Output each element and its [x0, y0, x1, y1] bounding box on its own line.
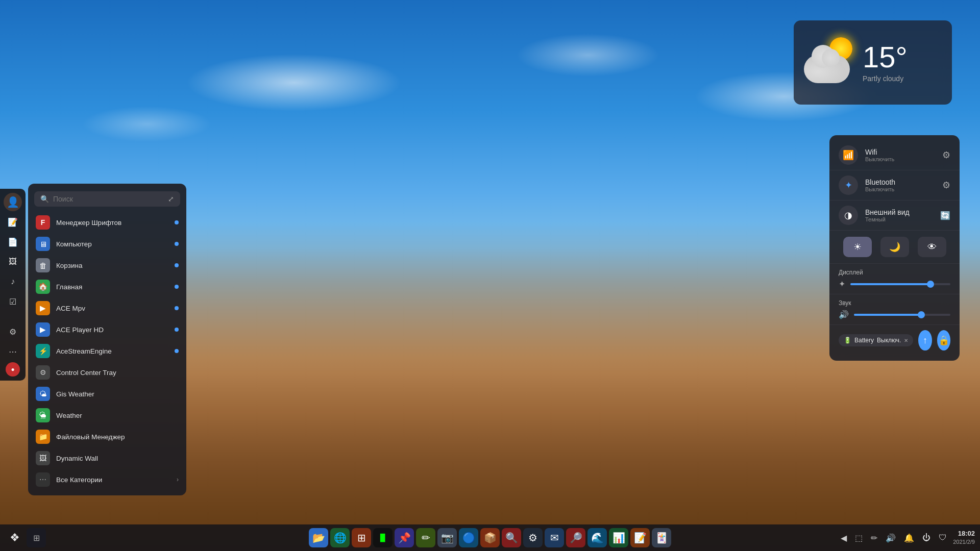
bluetooth-control-row[interactable]: ✦ Bluetooth Выключить ⚙ — [829, 170, 960, 201]
taskbar-app-package[interactable]: 📦 — [480, 528, 500, 547]
tray-pen-icon[interactable]: ✏ — [869, 531, 879, 545]
expand-icon[interactable]: ⤢ — [168, 195, 174, 203]
tray-power-icon[interactable]: ⏻ — [920, 531, 933, 544]
taskbar-app-notes[interactable]: 📝 — [630, 528, 650, 547]
start-button[interactable]: ❖ — [5, 528, 24, 547]
taskbar-left: ❖ ⊞ — [5, 528, 46, 547]
menu-item-icon-all-categories: ⋯ — [36, 472, 50, 487]
menu-item-dot — [175, 349, 179, 353]
taskbar-app-store[interactable]: ⊞ — [352, 528, 371, 547]
menu-item[interactable]: 🗑 Корзина — [28, 255, 186, 276]
taskbar-app-settings[interactable]: ⚙ — [523, 528, 543, 547]
wifi-subtitle: Выключить — [865, 156, 935, 162]
taskbar-app-cards[interactable]: 🃏 — [652, 528, 671, 547]
taskbar: ❖ ⊞ 📂 🌐 ⊞ ▉ 📌 ✏ 📷 🔵 📦 🔍 ⚙ ✉ 🔎 🌊 📊 📝 🃏 ◀ … — [0, 524, 980, 551]
battery-status: Выключ. — [877, 337, 901, 344]
display-slider-fill — [850, 283, 930, 285]
taskbar-app-files[interactable]: 📂 — [309, 528, 328, 547]
menu-item-icon-home: 🏠 — [36, 280, 50, 294]
tray-arrow-left-icon[interactable]: ◀ — [839, 531, 849, 545]
sidebar-avatar[interactable]: 👤 — [4, 193, 22, 211]
search-bar[interactable]: 🔍 ⤢ — [34, 191, 180, 207]
upload-button[interactable]: ↑ — [918, 330, 932, 350]
appearance-control-row[interactable]: ◑ Внешний вид Темный 🔄 — [829, 201, 960, 231]
battery-badge[interactable]: 🔋 Battery Выключ. ✕ — [839, 334, 913, 346]
sound-section: Звук 🔊 — [829, 294, 960, 325]
weather-widget[interactable]: 15° Partly cloudy — [794, 20, 952, 105]
sidebar-icon-notes[interactable]: 📝 — [4, 213, 22, 231]
bottom-controls: 🔋 Battery Выключ. ✕ ↑ 🔒 — [829, 325, 960, 356]
bluetooth-settings-icon[interactable]: ⚙ — [942, 180, 950, 191]
taskbar-app-search2[interactable]: 🔎 — [566, 528, 585, 547]
menu-item-label-font-manager: Менеджер Шрифтов — [56, 219, 168, 227]
lock-button[interactable]: 🔒 — [937, 330, 950, 350]
wifi-settings-icon[interactable]: ⚙ — [942, 149, 950, 161]
bluetooth-text: Bluetooth Выключить — [865, 178, 935, 192]
bluetooth-subtitle: Выключить — [865, 186, 935, 192]
theme-light-button[interactable]: ☀ — [843, 237, 872, 257]
theme-dark-button[interactable]: 🌙 — [880, 237, 909, 257]
menu-item[interactable]: 🖼 Dynamic Wall — [28, 447, 186, 469]
sidebar-icon-music[interactable]: ♪ — [4, 272, 22, 291]
sound-slider-thumb[interactable] — [918, 311, 925, 318]
sidebar-icon-dots[interactable]: ⋯ — [4, 342, 22, 361]
menu-item-dot — [175, 306, 179, 310]
sidebar-icon-gear[interactable]: ⚙ — [4, 322, 22, 341]
sidebar-icon-circle[interactable]: ● — [6, 362, 20, 377]
sound-slider-row: 🔊 — [839, 310, 950, 319]
sidebar-icon-photos[interactable]: 🖼 — [4, 253, 22, 271]
menu-item[interactable]: ⚙ Control Center Tray — [28, 362, 186, 383]
tray-shield-icon[interactable]: 🛡 — [937, 531, 949, 544]
menu-item[interactable]: ⚡ AceStreamEngine — [28, 340, 186, 362]
theme-auto-button[interactable]: 👁 — [918, 237, 946, 257]
weather-info: 15° Partly cloudy — [863, 42, 908, 83]
clock-time: 18:02 — [953, 530, 975, 538]
bluetooth-icon: ✦ — [839, 176, 858, 195]
taskbar-app-browser2[interactable]: 🌊 — [587, 528, 607, 547]
taskbar-app-camera[interactable]: 📷 — [437, 528, 457, 547]
menu-item[interactable]: ▶ ACE Mpv — [28, 297, 186, 319]
menu-item[interactable]: 🌤 Gis Weather — [28, 383, 186, 405]
menu-item[interactable]: 🖥 Компьютер — [28, 233, 186, 255]
tray-volume-icon[interactable]: 🔊 — [884, 531, 898, 545]
menu-item[interactable]: 🏠 Главная — [28, 276, 186, 297]
moon-icon: 🌙 — [889, 241, 900, 253]
appearance-settings-icon[interactable]: 🔄 — [940, 211, 950, 220]
taskbar-app-mail[interactable]: ✉ — [545, 528, 564, 547]
menu-item-icon-gis-weather: 🌤 — [36, 387, 50, 401]
sidebar-icon-tasks[interactable]: ☑ — [4, 292, 22, 311]
display-label: Дисплей — [839, 269, 950, 276]
search-icon: 🔍 — [40, 195, 49, 203]
cloud-icon — [804, 55, 850, 83]
search-input[interactable] — [53, 195, 164, 203]
taskbar-app-chart[interactable]: 📊 — [609, 528, 628, 547]
menu-item[interactable]: F Менеджер Шрифтов — [28, 212, 186, 233]
taskbar-app-browser[interactable]: 🌐 — [330, 528, 350, 547]
upload-icon: ↑ — [923, 335, 927, 346]
apps-grid-button[interactable]: ⊞ — [27, 528, 46, 547]
menu-item-dot — [175, 263, 179, 267]
sound-slider-track[interactable] — [854, 314, 950, 316]
menu-item-label-home: Главная — [56, 283, 168, 291]
taskbar-app-editor[interactable]: ✏ — [416, 528, 435, 547]
battery-close-icon[interactable]: ✕ — [904, 338, 908, 343]
taskbar-app-terminal[interactable]: ▉ — [373, 528, 393, 547]
menu-item[interactable]: 📁 Файловый Менеджер — [28, 426, 186, 447]
menu-item-icon-ace-mpv: ▶ — [36, 301, 50, 315]
battery-icon: 🔋 — [844, 337, 851, 344]
menu-item[interactable]: ⋯ Все Категории › — [28, 469, 186, 490]
taskbar-app-search[interactable]: 🔍 — [502, 528, 521, 547]
display-slider-track[interactable] — [850, 283, 950, 285]
appearance-icon: ◑ — [839, 206, 858, 225]
tray-screen-icon[interactable]: ⬚ — [853, 531, 865, 545]
menu-item[interactable]: ▶ ACE Player HD — [28, 319, 186, 340]
menu-item[interactable]: 🌦 Weather — [28, 405, 186, 426]
menu-item-icon-control-tray: ⚙ — [36, 365, 50, 380]
taskbar-app-globe[interactable]: 🔵 — [459, 528, 478, 547]
menu-item-label-weather: Weather — [56, 412, 179, 419]
wifi-control-row[interactable]: 📶 Wifi Выключить ⚙ — [829, 140, 960, 170]
display-slider-thumb[interactable] — [927, 281, 934, 288]
tray-notification-icon[interactable]: 🔔 — [902, 531, 916, 545]
taskbar-app-pin[interactable]: 📌 — [395, 528, 414, 547]
sidebar-icon-files[interactable]: 📄 — [4, 233, 22, 251]
